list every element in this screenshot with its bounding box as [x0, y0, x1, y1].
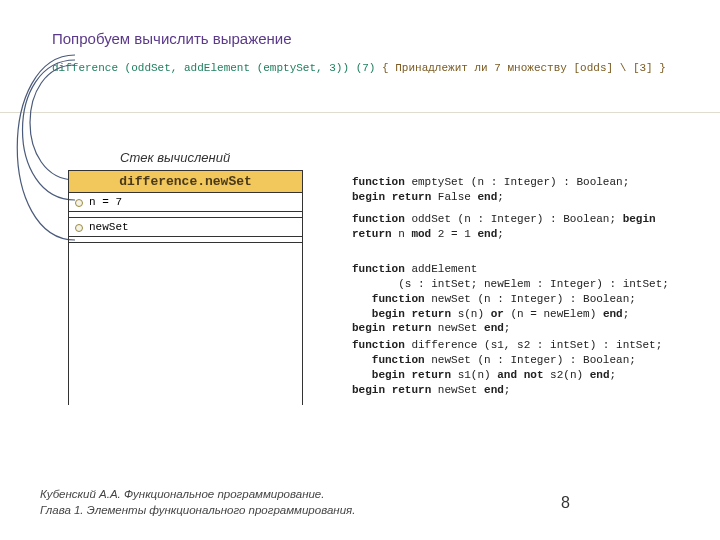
slide-title: Попробуем вычислить выражение [52, 30, 292, 47]
call-stack: difference.newSet n = 7 newSet [68, 170, 303, 405]
code-difference: function difference (s1, s2 : intSet) : … [352, 338, 662, 397]
expression-line: difference (oddSet, addElement (emptySet… [52, 62, 666, 74]
expression-call: difference (oddSet, addElement (emptySet… [52, 62, 375, 74]
footer: Кубенский А.А. Функциональное программир… [40, 486, 355, 518]
stack-row: newSet [69, 218, 302, 237]
stack-top-frame: difference.newSet [69, 171, 302, 193]
page-number: 8 [561, 494, 570, 512]
code-emptyset: function emptySet (n : Integer) : Boolea… [352, 175, 629, 205]
code-addelement: function addElement (s : intSet; newElem… [352, 262, 669, 336]
divider [0, 112, 720, 113]
footer-line2: Глава 1. Элементы функционального програ… [40, 502, 355, 518]
footer-line1: Кубенский А.А. Функциональное программир… [40, 486, 355, 502]
stack-label: Стек вычислений [120, 150, 230, 165]
code-oddset: function oddSet (n : Integer) : Boolean;… [352, 212, 656, 242]
expression-comment: { Принадлежит ли 7 множеству [odds] \ [3… [375, 62, 665, 74]
stack-row: n = 7 [69, 193, 302, 212]
stack-row [69, 237, 302, 243]
